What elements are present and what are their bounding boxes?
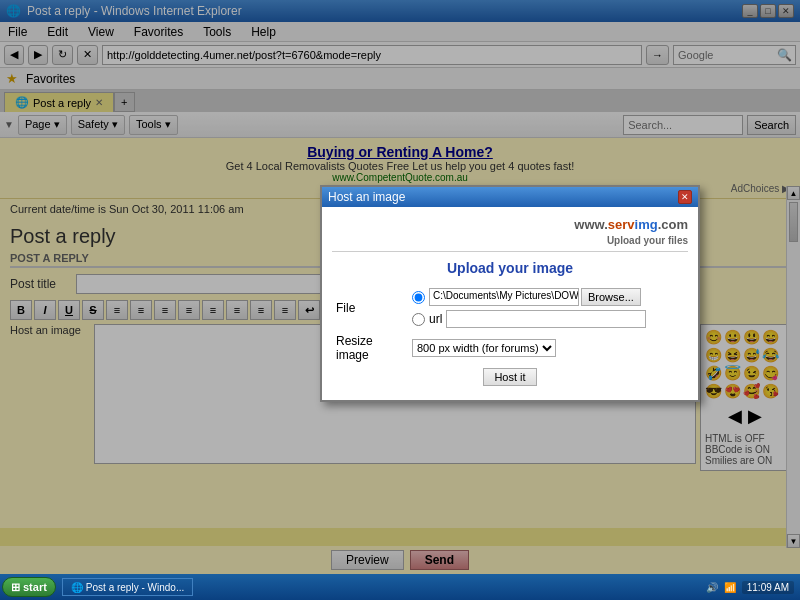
modal-logo: www.servimg.com Upload your files <box>332 217 688 252</box>
radio-file-row: C:\Documents\My Pictures\DOWNLOAD PICTUR… <box>412 288 646 306</box>
file-label: File <box>336 301 406 315</box>
url-input[interactable] <box>446 310 646 328</box>
radio-url-row: url <box>412 310 646 328</box>
modal-titlebar: Host an image ✕ <box>322 187 698 207</box>
resize-label: Resize image <box>336 334 406 362</box>
network-icon: 🔊 <box>706 582 718 593</box>
modal-body: www.servimg.com Upload your files Upload… <box>322 207 698 400</box>
modal-close-button[interactable]: ✕ <box>678 190 692 204</box>
file-path-text: C:\Documents\My Pictures\DOWNLOAD PICTUR… <box>429 288 579 306</box>
taskbar: ⊞ start 🌐 Post a reply - Windo... 🔊 📶 11… <box>0 574 800 600</box>
modal-title: Host an image <box>328 190 405 204</box>
taskbar-clock: 11:09 AM <box>742 581 794 594</box>
host-button[interactable]: Host it <box>483 368 536 386</box>
volume-icon: 📶 <box>724 582 736 593</box>
browser-window: 🌐 Post a reply - Windows Internet Explor… <box>0 0 800 600</box>
browse-button[interactable]: Browse... <box>581 288 641 306</box>
radio-file[interactable] <box>412 291 425 304</box>
form-row-resize: Resize image 800 px width (for forums) <box>336 334 684 362</box>
modal-logo-sub: Upload your files <box>607 235 688 246</box>
form-row-file: File C:\Documents\My Pictures\DOWNLOAD P… <box>336 288 684 328</box>
modal-logo-text: www.servimg.com <box>574 217 688 232</box>
url-label: url <box>429 312 442 326</box>
file-input-area: C:\Documents\My Pictures\DOWNLOAD PICTUR… <box>429 288 641 306</box>
taskbar-items: 🌐 Post a reply - Windo... <box>58 578 700 596</box>
host-image-modal: Host an image ✕ www.servimg.com Upload y… <box>320 185 700 402</box>
start-label: start <box>23 581 47 593</box>
modal-form: File C:\Documents\My Pictures\DOWNLOAD P… <box>332 284 688 390</box>
radio-url[interactable] <box>412 313 425 326</box>
radio-group: C:\Documents\My Pictures\DOWNLOAD PICTUR… <box>412 288 646 328</box>
taskbar-item-icon: 🌐 <box>71 582 83 593</box>
start-button[interactable]: ⊞ start <box>2 577 56 597</box>
taskbar-right: 🔊 📶 11:09 AM <box>702 581 798 594</box>
start-icon: ⊞ <box>11 581 20 594</box>
taskbar-item-browser[interactable]: 🌐 Post a reply - Windo... <box>62 578 193 596</box>
taskbar-item-label: Post a reply - Windo... <box>86 582 184 593</box>
resize-select[interactable]: 800 px width (for forums) <box>412 339 556 357</box>
upload-title: Upload your image <box>332 260 688 276</box>
